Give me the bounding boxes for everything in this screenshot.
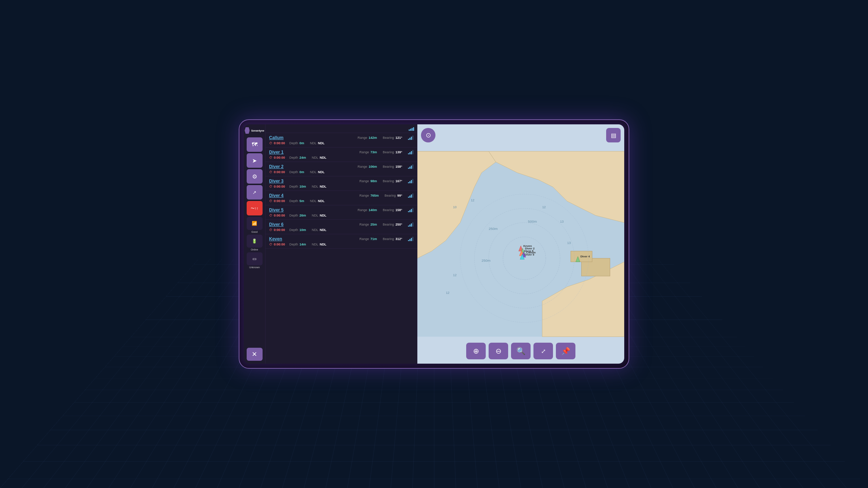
diver-stats: Range 71m Bearing 312° (359, 237, 413, 241)
range-label: Range (359, 223, 369, 226)
diver-name: Diver 1 (269, 150, 284, 155)
range-value: 106m (369, 165, 377, 168)
svg-text:13: 13 (560, 220, 563, 223)
map-area: 250m 500m 250m 10 12 12 13 13 12 12 Keve… (417, 124, 624, 364)
diver-stats: Range 106m Bearing 158° (358, 164, 413, 169)
diver-card[interactable]: Diver 4 Range 765m Bearing 99° ⏱ 0:00:00… (265, 191, 417, 205)
unknown-icon: ▭ (252, 256, 256, 261)
diver-card[interactable]: Diver 5 Range 140m Bearing 158° ⏱ 0:00:0… (265, 205, 417, 220)
map-icon: 🗺 (252, 141, 258, 148)
time-value: 0:00:00 (274, 214, 285, 217)
sidebar-btn-online-group: 🔋 Online (247, 235, 263, 251)
diver-card-bottom: ⏱ 0:00:00 Depth 10m NDL NDL (269, 185, 413, 188)
bearing-value: 167° (395, 179, 402, 183)
signal-bars (408, 193, 413, 198)
diver-card-bottom: ⏱ 0:00:00 Depth 5m NDL NDL (269, 199, 413, 203)
range-value: 98m (370, 179, 377, 183)
unknown-label: Unknown (249, 266, 260, 269)
fit-button[interactable]: ⤢ (533, 343, 553, 359)
sidebar-btn-wave[interactable]: 〜↑↑ (247, 201, 263, 215)
time-value: 0:00:00 (274, 199, 285, 203)
bearing-label: Bearing (383, 179, 394, 183)
fit-icon: ⤢ (541, 348, 546, 355)
logo-icon (244, 127, 250, 134)
depth-stats: Depth 10m NDL NDL (289, 228, 327, 232)
depth-stats: Depth 10m NDL NDL (289, 185, 327, 188)
ndl-value: NDL (318, 199, 325, 203)
sidebar-btn-navigate[interactable]: ➤ (247, 153, 263, 168)
online-label: Online (251, 248, 258, 251)
depth-label: Depth (289, 228, 298, 232)
map-bottom-controls: ⊕ ⊖ 🔍 ⤢ 📌 (466, 343, 575, 359)
range-value: 71m (370, 237, 377, 241)
timer-icon: ⏱ (269, 185, 272, 188)
bearing-label: Bearing (383, 237, 394, 241)
map-top-controls: ⊙ ▤ (421, 128, 621, 142)
sidebar-btn-unknown[interactable]: ▭ (247, 252, 263, 265)
diver-card-top: Diver 2 Range 106m Bearing 158° (269, 164, 413, 169)
sidebar-btn-settings[interactable]: ⚙ (247, 169, 263, 184)
timer-icon: ⏱ (269, 170, 272, 174)
diver-card[interactable]: Callum Range 142m Bearing 121° ⏱ 0:00:00… (265, 133, 417, 147)
diver-cards: Callum Range 142m Bearing 121° ⏱ 0:00:00… (265, 133, 417, 249)
layers-button[interactable]: ▤ (606, 128, 621, 142)
diver-card-top: Diver 6 Range 25m Bearing 250° (269, 222, 413, 227)
bearing-value: 312° (395, 237, 402, 241)
zoom-out-icon: ⊖ (495, 347, 502, 355)
svg-text:12: 12 (453, 273, 457, 277)
diver-card-bottom: ⏱ 0:00:00 Depth 10m NDL NDL (269, 228, 413, 232)
zoom-in-icon: ⊕ (473, 347, 479, 355)
device-screen: Sonardyne 🗺 ➤ ⚙ ↗ 〜↑↑ 📶 Good (244, 124, 624, 364)
depth-value: 24m (299, 156, 306, 159)
bearing-value: 158° (395, 208, 402, 212)
range-label: Range (359, 179, 369, 183)
time-value: 0:00:00 (274, 228, 285, 232)
sidebar-btn-export[interactable]: ↗ (247, 185, 263, 200)
time-value: 0:00:00 (274, 156, 285, 159)
pin-button[interactable]: 📌 (556, 343, 575, 359)
sidebar-btn-map[interactable]: 🗺 (247, 137, 263, 152)
depth-value: 0m (299, 170, 304, 174)
depth-stats: Depth 14m NDL NDL (289, 243, 327, 246)
diver-card[interactable]: Diver 1 Range 73m Bearing 139° ⏱ 0:00:00… (265, 147, 417, 162)
range-label: Range (358, 208, 367, 212)
ndl-label: NDL (310, 199, 316, 203)
ndl-label: NDL (312, 228, 318, 232)
signal-bars (408, 208, 413, 212)
depth-value: 10m (299, 228, 306, 232)
compass-button[interactable]: ⊙ (421, 128, 435, 142)
range-value: 765m (370, 194, 379, 197)
battery-icon: 🔋 (252, 239, 257, 244)
sidebar-btn-signal[interactable]: 📶 (247, 217, 263, 230)
zoom-in-button[interactable]: ⊕ (466, 343, 486, 359)
ndl-value: NDL (320, 185, 327, 188)
diver-card[interactable]: Diver 2 Range 106m Bearing 158° ⏱ 0:00:0… (265, 162, 417, 176)
diver-card[interactable]: Keven Range 71m Bearing 312° ⏱ 0:00:00 D… (265, 234, 417, 249)
bearing-value: 121° (395, 136, 402, 140)
range-label: Range (358, 136, 367, 140)
timer-icon: ⏱ (269, 199, 272, 203)
diver-stats: Range 98m Bearing 167° (359, 179, 413, 183)
diver-card[interactable]: Diver 3 Range 98m Bearing 167° ⏱ 0:00:00… (265, 176, 417, 191)
close-button[interactable]: ✕ (247, 348, 263, 361)
timer-icon: ⏱ (269, 141, 272, 145)
diver-card-top: Diver 1 Range 73m Bearing 139° (269, 150, 413, 155)
depth-stats: Depth 5m NDL NDL (289, 199, 325, 203)
zoom-out-button[interactable]: ⊖ (489, 343, 508, 359)
depth-stats: Depth 0m NDL NDL (289, 141, 325, 145)
diver-stats: Range 765m Bearing 99° (359, 193, 413, 198)
ndl-value: NDL (318, 170, 325, 174)
svg-text:250m: 250m (482, 258, 491, 262)
diver-card[interactable]: Diver 6 Range 25m Bearing 250° ⏱ 0:00:00… (265, 220, 417, 234)
signal-label: Good (251, 231, 258, 233)
bearing-value: 139° (395, 150, 402, 154)
depth-value: 26m (299, 214, 306, 217)
diver-card-bottom: ⏱ 0:00:00 Depth 26m NDL NDL (269, 214, 413, 217)
range-value: 142m (369, 136, 377, 140)
sidebar-btn-online[interactable]: 🔋 (247, 235, 263, 248)
signal-bars (408, 237, 413, 241)
settings-icon: ⚙ (252, 173, 257, 180)
signal-bars (408, 222, 413, 227)
search-map-button[interactable]: 🔍 (511, 343, 531, 359)
svg-text:12: 12 (542, 205, 546, 209)
